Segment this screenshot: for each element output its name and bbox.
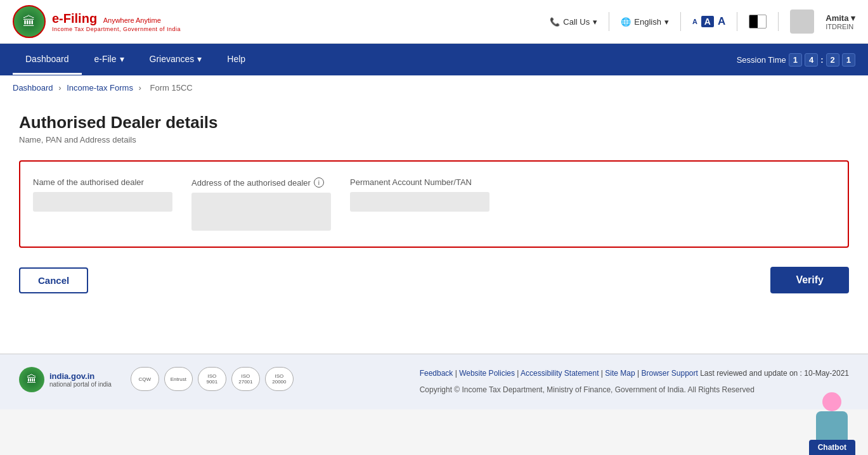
- footer-website-policies[interactable]: Website Policies: [459, 369, 515, 378]
- footer-links: Feedback | Website Policies | Accessibil…: [420, 367, 849, 397]
- main-content: Authorised Dealer details Name, PAN and …: [0, 100, 868, 354]
- language-chevron: ▾: [664, 17, 669, 27]
- breadcrumb-dashboard[interactable]: Dashboard: [13, 83, 53, 93]
- nav-links: Dashboard e-File ▾ Grievances ▾ Help: [13, 45, 258, 75]
- footer-accessibility[interactable]: Accessibility Statement: [521, 369, 599, 378]
- footer-link-row: Feedback | Website Policies | Accessibil…: [420, 367, 849, 381]
- session-digit-1: 1: [789, 53, 802, 67]
- footer-gov-text: india.gov.in national portal of india: [49, 371, 112, 388]
- dealer-form-box: Name of the authorised dealer Address of…: [19, 160, 849, 248]
- logo-text: e-Filing Anywhere Anytime Income Tax Dep…: [52, 11, 181, 32]
- footer-sitemap[interactable]: Site Map: [605, 369, 635, 378]
- logo-area: 🏛 e-Filing Anywhere Anytime Income Tax D…: [13, 5, 181, 38]
- user-avatar: [790, 10, 814, 34]
- breadcrumb-sep-1: ›: [58, 83, 63, 93]
- footer-badges: CQW Entrust ISO9001 ISO27001 ISO20000: [131, 367, 294, 391]
- verify-button[interactable]: Verify: [770, 267, 849, 293]
- field-name-input[interactable]: [33, 192, 172, 212]
- field-pan-label: Permanent Account Number/TAN: [350, 177, 489, 187]
- form-row: Name of the authorised dealer Address of…: [33, 177, 835, 231]
- address-label-row: Address of the authorised dealer i: [191, 177, 331, 188]
- language-button[interactable]: 🌐 English ▾: [621, 17, 669, 27]
- brand-name: e-Filing Anywhere Anytime: [52, 11, 181, 26]
- breadcrumb-sep-2: ›: [139, 83, 144, 93]
- cancel-button[interactable]: Cancel: [19, 267, 88, 293]
- nav-efile[interactable]: e-File ▾: [82, 45, 137, 75]
- field-group-name: Name of the authorised dealer: [33, 177, 172, 212]
- brand-tagline: Anywhere Anytime: [103, 16, 161, 24]
- field-group-address: Address of the authorised dealer i: [191, 177, 331, 231]
- session-digit-3: 2: [826, 53, 839, 67]
- page-title: Authorised Dealer details: [19, 113, 849, 132]
- globe-icon: 🌐: [621, 17, 631, 27]
- grievances-chevron: ▾: [197, 54, 202, 64]
- main-navbar: Dashboard e-File ▾ Grievances ▾ Help Ses…: [0, 44, 868, 75]
- site-footer: 🏛 india.gov.in national portal of india …: [0, 354, 868, 409]
- dept-tagline: Income Tax Department, Government of Ind…: [52, 26, 181, 32]
- nav-dashboard[interactable]: Dashboard: [13, 45, 82, 75]
- footer-logo-area: 🏛 india.gov.in national portal of india: [19, 367, 112, 392]
- call-us-button[interactable]: 📞 Call Us ▾: [550, 17, 597, 27]
- divider-4: [778, 12, 779, 31]
- font-controls: A A A: [692, 15, 725, 28]
- badge-iso1: ISO9001: [198, 367, 226, 391]
- chatbot-head: [822, 392, 841, 409]
- breadcrumb-form15cc: Form 15CC: [150, 83, 193, 93]
- footer-last-reviewed: Last reviewed and update on : 10-May-202…: [700, 369, 849, 378]
- footer-gov-logo-icon: 🏛: [19, 367, 44, 392]
- font-large-button[interactable]: A: [718, 15, 725, 28]
- call-us-chevron: ▾: [593, 17, 597, 27]
- session-time: Session Time 1 4 : 2 1: [737, 53, 855, 67]
- font-medium-button[interactable]: A: [701, 16, 714, 27]
- divider-1: [609, 12, 609, 31]
- badge-entrust: Entrust: [164, 367, 193, 391]
- badge-iso2: ISO27001: [231, 367, 260, 391]
- user-id: ITDREIN: [826, 23, 855, 30]
- chatbot-widget[interactable]: Chatbot: [809, 389, 855, 409]
- info-icon[interactable]: i: [314, 177, 324, 188]
- field-address-label: Address of the authorised dealer: [191, 178, 311, 188]
- session-digit-4: 1: [842, 53, 855, 67]
- efile-chevron: ▾: [120, 54, 124, 64]
- breadcrumb-income-tax-forms[interactable]: Income-tax Forms: [67, 83, 133, 93]
- footer-feedback[interactable]: Feedback: [420, 369, 453, 378]
- divider-2: [680, 12, 681, 31]
- user-chevron: ▾: [851, 13, 855, 23]
- gov-sub: national portal of india: [49, 381, 112, 388]
- field-pan-input[interactable]: [350, 192, 489, 212]
- footer-copyright: Copyright © Income Tax Department, Minis…: [420, 383, 849, 397]
- divider-3: [737, 12, 737, 31]
- page-subtitle: Name, PAN and Address details: [19, 135, 849, 144]
- footer-content: 🏛 india.gov.in national portal of india …: [19, 367, 849, 397]
- nav-help[interactable]: Help: [214, 45, 258, 75]
- session-colon: :: [820, 55, 823, 65]
- action-row: Cancel Verify: [19, 267, 849, 306]
- gov-site: india.gov.in: [49, 371, 112, 381]
- user-name: Amita ▾: [826, 13, 855, 23]
- call-us-label: Call Us: [563, 17, 590, 27]
- logo-icon: 🏛: [13, 5, 46, 38]
- session-label: Session Time: [737, 55, 786, 65]
- session-digit-2: 4: [805, 53, 818, 67]
- breadcrumb: Dashboard › Income-tax Forms › Form 15CC: [0, 75, 868, 100]
- badge-iso3: ISO20000: [265, 367, 294, 391]
- brand-prefix: e-Filing: [52, 11, 97, 25]
- language-label: English: [634, 17, 661, 27]
- field-name-label: Name of the authorised dealer: [33, 177, 172, 187]
- header-right: 📞 Call Us ▾ 🌐 English ▾ A A A Amita ▾ IT…: [550, 10, 855, 34]
- badge-cqw: CQW: [131, 367, 159, 391]
- field-address-input[interactable]: [191, 193, 331, 231]
- user-info: Amita ▾ ITDREIN: [826, 13, 855, 30]
- phone-icon: 📞: [550, 17, 560, 27]
- site-header: 🏛 e-Filing Anywhere Anytime Income Tax D…: [0, 0, 868, 44]
- contrast-button[interactable]: [749, 15, 767, 29]
- font-small-button[interactable]: A: [692, 18, 697, 25]
- chatbot-figure: [813, 389, 851, 409]
- nav-grievances[interactable]: Grievances ▾: [137, 45, 215, 75]
- field-group-pan: Permanent Account Number/TAN: [350, 177, 489, 212]
- footer-browser-support[interactable]: Browser Support: [641, 369, 697, 378]
